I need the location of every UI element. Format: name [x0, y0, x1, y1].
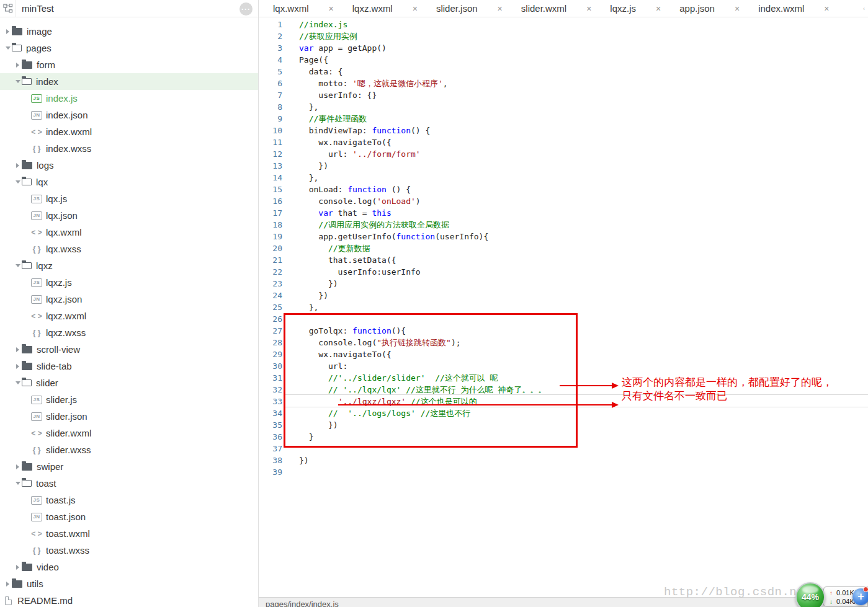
- jn-file-icon: JN: [31, 412, 42, 421]
- code-line-18[interactable]: 18 //调用应用实例的方法获取全局数据: [259, 219, 868, 231]
- project-structure-icon[interactable]: [0, 0, 16, 17]
- chevron-right-icon[interactable]: [14, 163, 22, 168]
- tree-file-lqxz-json[interactable]: JNlqxz.json: [0, 291, 258, 308]
- chevron-right-icon[interactable]: [14, 63, 22, 68]
- tree-file-toast-wxml[interactable]: < >toast.wxml: [0, 525, 258, 542]
- tab-lqxz-wxml[interactable]: lqxz.wxml×: [344, 0, 428, 17]
- chevron-down-icon[interactable]: [14, 180, 22, 184]
- tree-folder-pages[interactable]: pages: [0, 40, 258, 56]
- chevron-down-icon[interactable]: [14, 381, 22, 384]
- tree-file-readme-md[interactable]: README.md: [0, 592, 258, 607]
- more-options-button[interactable]: ···: [239, 2, 253, 16]
- tab-close-icon[interactable]: ×: [329, 4, 334, 13]
- code-text: },: [299, 172, 318, 184]
- tree-file-lqxz-wxml[interactable]: < >lqxz.wxml: [0, 308, 258, 324]
- tab-scroll-indicator[interactable]: ‹: [863, 6, 866, 11]
- code-line-38[interactable]: 38}): [259, 454, 868, 466]
- tab-close-icon[interactable]: ×: [824, 4, 829, 13]
- code-line-24[interactable]: 24 }): [259, 290, 868, 301]
- tree-folder-utils[interactable]: utils: [0, 575, 258, 592]
- tree-file-index-js[interactable]: JSindex.js: [0, 90, 258, 107]
- code-line-17[interactable]: 17 var that = this: [259, 207, 868, 219]
- tree-file-lqx-wxss[interactable]: { }lqx.wxss: [0, 241, 258, 257]
- tree-folder-video[interactable]: video: [0, 559, 258, 575]
- code-line-5[interactable]: 5 data: {: [259, 66, 868, 78]
- tree-file-slider-json[interactable]: JNslider.json: [0, 408, 258, 425]
- tree-folder-scroll-view[interactable]: scroll-view: [0, 341, 258, 358]
- tree-file-index-wxml[interactable]: < >index.wxml: [0, 123, 258, 140]
- code-line-13[interactable]: 13 }): [259, 160, 868, 172]
- code-line-2[interactable]: 2//获取应用实例: [259, 30, 868, 42]
- chevron-right-icon[interactable]: [14, 364, 22, 369]
- tab-slider-json[interactable]: slider.json×: [428, 0, 513, 17]
- code-line-15[interactable]: 15 onLoad: function () {: [259, 184, 868, 195]
- memory-usage-ball[interactable]: 44%: [795, 582, 825, 607]
- tab-lqx-wxml[interactable]: lqx.wxml×: [265, 0, 344, 17]
- tab-close-icon[interactable]: ×: [586, 4, 591, 13]
- code-line-25[interactable]: 25 },: [259, 301, 868, 313]
- code-line-4[interactable]: 4Page({: [259, 54, 868, 66]
- tree-folder-index[interactable]: index: [0, 73, 258, 90]
- chevron-right-icon[interactable]: [14, 464, 22, 469]
- tree-folder-swiper[interactable]: swiper: [0, 458, 258, 475]
- chevron-right-icon[interactable]: [4, 582, 12, 587]
- chevron-right-icon[interactable]: [14, 347, 22, 352]
- tree-file-slider-wxml[interactable]: < >slider.wxml: [0, 425, 258, 441]
- code-line-1[interactable]: 1//index.js: [259, 19, 868, 30]
- tree-file-lqx-json[interactable]: JNlqx.json: [0, 207, 258, 224]
- tree-file-toast-js[interactable]: JStoast.js: [0, 492, 258, 508]
- code-line-16[interactable]: 16 console.log('onLoad'): [259, 195, 868, 207]
- code-line-20[interactable]: 20 //更新数据: [259, 242, 868, 254]
- chevron-right-icon[interactable]: [14, 565, 22, 570]
- code-line-11[interactable]: 11 wx.navigateTo({: [259, 136, 868, 148]
- tree-file-toast-json[interactable]: JNtoast.json: [0, 508, 258, 525]
- line-number: 20: [259, 242, 282, 254]
- code-line-22[interactable]: 22 userInfo:userInfo: [259, 266, 868, 278]
- tab-index-wxml[interactable]: index.wxml×: [750, 0, 839, 17]
- tree-folder-slider[interactable]: slider: [0, 374, 258, 391]
- tree-item-label: index.js: [46, 93, 78, 104]
- tab-lqxz-js[interactable]: lqxz.js×: [602, 0, 671, 17]
- code-line-10[interactable]: 10 bindViewTap: function() {: [259, 125, 868, 136]
- tree-file-lqxz-js[interactable]: JSlqxz.js: [0, 274, 258, 291]
- code-line-12[interactable]: 12 url: '../form/form': [259, 148, 868, 160]
- tab-app-json[interactable]: app.json×: [671, 0, 750, 17]
- tree-file-index-wxss[interactable]: { }index.wxss: [0, 140, 258, 157]
- code-line-3[interactable]: 3var app = getApp(): [259, 42, 868, 54]
- tree-file-slider-js[interactable]: JSslider.js: [0, 391, 258, 408]
- chevron-down-icon[interactable]: [14, 482, 22, 485]
- chevron-down-icon[interactable]: [4, 47, 12, 50]
- code-line-9[interactable]: 9 //事件处理函数: [259, 113, 868, 125]
- chevron-down-icon[interactable]: [14, 264, 22, 267]
- code-line-39[interactable]: 39: [259, 466, 868, 478]
- code-line-21[interactable]: 21 that.setData({: [259, 254, 868, 266]
- tree-folder-lqxz[interactable]: lqxz: [0, 257, 258, 274]
- tab-close-icon[interactable]: ×: [735, 4, 740, 13]
- tree-file-index-json[interactable]: JNindex.json: [0, 107, 258, 123]
- tree-folder-image[interactable]: image: [0, 23, 258, 40]
- tree-folder-form[interactable]: form: [0, 56, 258, 73]
- tab-slider-wxml[interactable]: slider.wxml×: [513, 0, 602, 17]
- code-line-14[interactable]: 14 },: [259, 172, 868, 184]
- tree-file-lqx-js[interactable]: JSlqx.js: [0, 190, 258, 207]
- tree-file-toast-wxss[interactable]: { }toast.wxss: [0, 542, 258, 559]
- tree-file-lqx-wxml[interactable]: < >lqx.wxml: [0, 224, 258, 241]
- code-line-7[interactable]: 7 userInfo: {}: [259, 89, 868, 101]
- code-line-6[interactable]: 6 motto: '嗯，这就是微信小程序',: [259, 78, 868, 89]
- code-line-8[interactable]: 8 },: [259, 101, 868, 113]
- tab-close-icon[interactable]: ×: [498, 4, 503, 13]
- tab-close-icon[interactable]: ×: [413, 4, 418, 13]
- tree-item-label: lqxz.json: [46, 294, 82, 304]
- tree-folder-logs[interactable]: logs: [0, 157, 258, 174]
- chevron-right-icon[interactable]: [4, 29, 12, 34]
- code-line-23[interactable]: 23 }): [259, 278, 868, 290]
- tree-file-slider-wxss[interactable]: { }slider.wxss: [0, 441, 258, 458]
- code-line-19[interactable]: 19 app.getUserInfo(function(userInfo){: [259, 231, 868, 242]
- tree-folder-toast[interactable]: toast: [0, 475, 258, 492]
- code-editor[interactable]: 1//index.js2//获取应用实例3var app = getApp()4…: [259, 17, 868, 607]
- tree-file-lqxz-wxss[interactable]: { }lqxz.wxss: [0, 324, 258, 341]
- tree-folder-lqx[interactable]: lqx: [0, 174, 258, 190]
- chevron-down-icon[interactable]: [14, 80, 22, 83]
- tree-folder-slide-tab[interactable]: slide-tab: [0, 358, 258, 374]
- tab-close-icon[interactable]: ×: [656, 4, 661, 13]
